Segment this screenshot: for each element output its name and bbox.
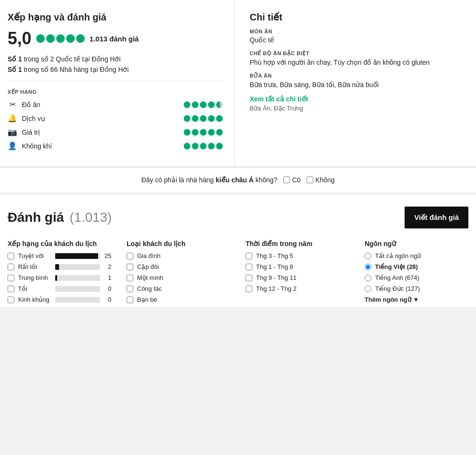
count-toi: 0 (104, 285, 111, 292)
checkbox-khong[interactable] (307, 177, 313, 183)
option-co[interactable]: Có (283, 176, 301, 184)
label-cong-tac: Công tác (137, 285, 170, 292)
service-dots (184, 115, 223, 122)
filter-gia-dinh[interactable]: Gia đình (127, 252, 230, 259)
checkbox-thg3-5[interactable] (246, 253, 252, 259)
more-language-button[interactable]: Thêm ngôn ngữ ▼ (365, 296, 468, 303)
filter-kinh-khung[interactable]: Kinh khủng 0 (8, 296, 111, 303)
bua-an-value: Bữa trưa, Bữa sáng, Bữa tối, Bữa nửa buổ… (250, 81, 465, 89)
rating-number: 5,0 (8, 29, 31, 49)
rating-item-dich-vu: 🔔 Dịch vụ (8, 114, 223, 123)
rating-filter-title: Xếp hạng của khách du lịch (8, 240, 111, 247)
label-thg1-8: Thg 1 - Thg 8 (256, 263, 293, 270)
dot-4 (66, 34, 75, 43)
food-icon: ✂ (8, 100, 17, 109)
checkbox-mot-minh[interactable] (127, 275, 133, 281)
checkbox-toi[interactable] (8, 286, 14, 292)
xep-hang-label: XẾP HẠNG (8, 89, 223, 95)
value-label: Giá trị (22, 129, 55, 136)
rating-row: 5,0 1.013 đánh giá (8, 29, 223, 49)
more-lang-label: Thêm ngôn ngữ (365, 296, 411, 303)
radio-tieng-duc[interactable] (365, 286, 371, 292)
thoi-diem-title: Thời điểm trong năm (246, 240, 349, 247)
filter-rat-tot[interactable]: Rất tốt 2 (8, 263, 111, 270)
left-section-title: Xếp hạng và đánh giá (8, 11, 223, 23)
dot-3 (56, 34, 65, 43)
filter-tieng-anh[interactable]: Tiếng Anh (674) (365, 274, 468, 281)
checkbox-trung-binh[interactable] (8, 275, 14, 281)
option-co-label: Có (292, 176, 301, 184)
divider (8, 81, 223, 81)
label-tieng-duc: Tiếng Đức (127) (375, 285, 420, 292)
label-cap-doi: Cặp đôi (137, 263, 170, 270)
filter-mot-minh[interactable]: Một mình (127, 274, 230, 281)
filter-tieng-viet[interactable]: Tiếng Việt (28) (365, 263, 468, 270)
rank-info-2: Số 1 trong số 66 Nhà hàng tại Đồng Hới (8, 66, 223, 73)
checkbox-thg12-2[interactable] (246, 286, 252, 292)
food-label: Đồ ăn (22, 101, 55, 109)
filter-thg3-5[interactable]: Thg 3 - Thg 5 (246, 252, 349, 259)
checkbox-tuyet-voi[interactable] (8, 253, 14, 259)
reviews-title-wrap: Đánh giá (1.013) (8, 210, 112, 225)
filter-toi[interactable]: Tồi 0 (8, 285, 111, 292)
rating-item-do-an: ✂ Đồ ăn (8, 100, 223, 109)
label-toi: Tồi (18, 285, 51, 292)
checkbox-rat-tot[interactable] (8, 264, 14, 270)
filter-tuyet-voi[interactable]: Tuyệt vời 25 (8, 252, 111, 259)
checkbox-gia-dinh[interactable] (127, 253, 133, 259)
reviews-section: Đánh giá (1.013) Viết đánh giá Xếp hạng … (0, 195, 476, 307)
checkbox-cap-doi[interactable] (127, 264, 133, 270)
value-dots (184, 129, 223, 136)
atmosphere-label: Không khí (22, 142, 55, 150)
label-rat-tot: Rất tốt (18, 263, 51, 270)
label-thg9-11: Thg 9 - Thg 11 (256, 274, 297, 281)
option-khong[interactable]: Không (307, 176, 335, 184)
checkbox-kinh-khung[interactable] (8, 297, 14, 303)
filter-thg1-8[interactable]: Thg 1 - Thg 8 (246, 263, 349, 270)
question-text: Đây có phải là nhà hàng kiểu châu Á khôn… (141, 176, 278, 184)
service-label: Dịch vụ (22, 115, 55, 122)
checkbox-thg1-8[interactable] (246, 264, 252, 270)
che-do-label: CHẾ ĐỘ ĂN ĐẶC BIỆT (250, 50, 465, 57)
mon-an-value: Quốc tế (250, 36, 465, 44)
rating-item-gia-tri: 📷 Giá trị (8, 128, 223, 137)
filter-tieng-duc[interactable]: Tiếng Đức (127) (365, 285, 468, 292)
filter-cap-doi[interactable]: Cặp đôi (127, 263, 230, 270)
atmosphere-dots (184, 143, 223, 149)
label-thg12-2: Thg 12 - Thg 2 (256, 285, 297, 292)
right-section-title: Chi tiết (250, 11, 465, 23)
see-all-sub: Bữa Ăn, Đặc Trưng (250, 105, 465, 112)
label-tieng-anh: Tiếng Anh (674) (375, 274, 419, 281)
radio-tat-ca[interactable] (365, 253, 371, 259)
filters-row: Xếp hạng của khách du lịch Tuyệt vời 25 … (8, 240, 468, 307)
reviews-title: Đánh giá (8, 210, 64, 225)
checkbox-cong-tac[interactable] (127, 286, 133, 292)
radio-tieng-anh[interactable] (365, 275, 371, 281)
che-do-value: Phù hợp với người ăn chay, Tùy chọn đồ ă… (250, 59, 465, 66)
rating-filter-col: Xếp hạng của khách du lịch Tuyệt vời 25 … (8, 240, 111, 307)
checkbox-co[interactable] (283, 177, 290, 183)
label-tieng-viet: Tiếng Việt (28) (375, 263, 418, 270)
mon-an-label: MÓN ĂN (250, 29, 465, 34)
checkbox-ban-be[interactable] (127, 297, 133, 303)
filter-thg12-2[interactable]: Thg 12 - Thg 2 (246, 285, 349, 292)
rating-dots-main (36, 34, 85, 43)
dot-5 (76, 34, 85, 43)
radio-tieng-viet[interactable] (365, 264, 371, 270)
filter-tat-ca[interactable]: Tất cả ngôn ngữ (365, 252, 468, 259)
option-khong-label: Không (316, 176, 335, 184)
rating-item-khong-khi: 👤 Không khí (8, 141, 223, 150)
filter-trung-binh[interactable]: Trung bình 1 (8, 274, 111, 281)
write-review-button[interactable]: Viết đánh giá (405, 207, 468, 228)
filter-ban-be[interactable]: Bạn bè (127, 296, 230, 303)
checkbox-thg9-11[interactable] (246, 275, 252, 281)
bar-rat-tot (55, 264, 100, 270)
see-all-link[interactable]: Xem tất cả chi tiết (250, 95, 465, 103)
label-tuyet-voi: Tuyệt vời (18, 252, 51, 259)
review-count: 1.013 đánh giá (89, 35, 139, 43)
thoi-diem-col: Thời điểm trong năm Thg 3 - Thg 5 Thg 1 … (246, 240, 349, 296)
filter-thg9-11[interactable]: Thg 9 - Thg 11 (246, 274, 349, 281)
right-panel: Chi tiết MÓN ĂN Quốc tế CHẾ ĐỘ ĂN ĐẶC BI… (235, 0, 476, 167)
filter-cong-tac[interactable]: Công tác (127, 285, 230, 292)
chevron-down-icon: ▼ (413, 296, 419, 303)
